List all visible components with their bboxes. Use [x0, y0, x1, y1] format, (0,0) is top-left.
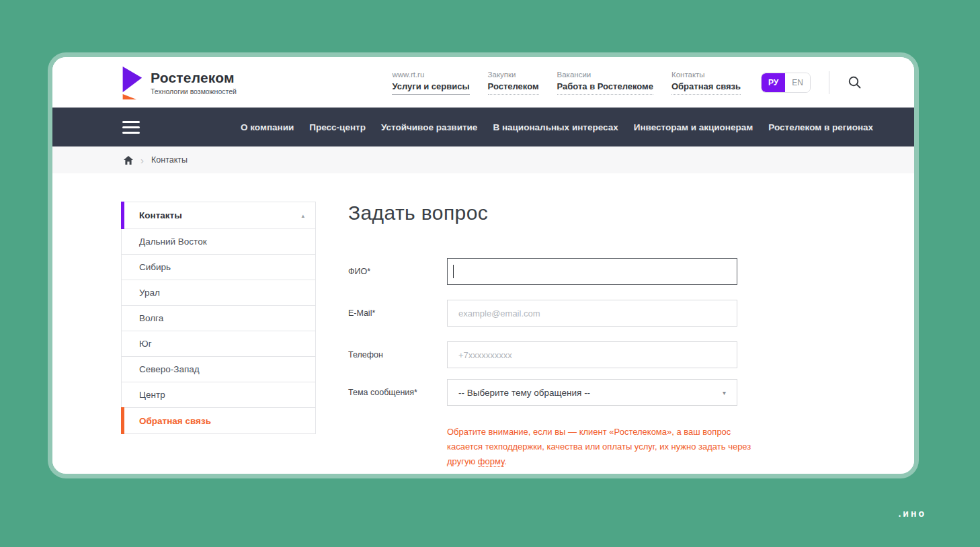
language-toggle: РУ EN	[761, 73, 811, 93]
breadcrumb: › Контакты	[52, 146, 914, 173]
nav-item-regions[interactable]: Ростелеком в регионах	[768, 122, 873, 132]
header-link-careers-label[interactable]: Работа в Ростелекоме	[557, 81, 653, 95]
header-divider	[829, 71, 829, 94]
sidebar-item-volga[interactable]: Волга	[122, 306, 315, 331]
sidebar-header-label: Контакты	[139, 210, 182, 220]
header-link-procurement-caption: Закупки	[488, 71, 539, 79]
topic-row: Тема сообщения* -- Выберите тему обращен…	[348, 379, 751, 406]
watermark-label: .ино	[898, 508, 926, 519]
collapse-caret-icon: ▴	[301, 212, 304, 219]
search-button[interactable]	[848, 75, 862, 89]
question-form: Задать вопрос ФИО* E-Mail* Телефон Тема …	[348, 202, 751, 468]
topic-select-value: -- Выберите тему обращения --	[458, 388, 590, 398]
header-link-contacts-label[interactable]: Обратная связь	[671, 81, 741, 95]
fio-label: ФИО*	[348, 267, 447, 276]
sidebar-orange-accent	[121, 407, 124, 434]
fio-row: ФИО*	[348, 258, 751, 285]
header-link-services-label[interactable]: Услуги и сервисы	[392, 81, 469, 95]
header-link-procurement-label[interactable]: Ростелеком	[488, 81, 539, 95]
main-nav: О компании Пресс-центр Устойчивое развит…	[52, 108, 914, 146]
sidebar-item-center[interactable]: Центр	[122, 382, 315, 408]
email-label: E-Mail*	[348, 308, 447, 318]
phone-input[interactable]	[447, 341, 737, 368]
sidebar-item-south[interactable]: Юг	[122, 331, 315, 357]
chevron-down-icon: ▾	[723, 389, 726, 396]
header-link-contacts-caption: Контакты	[671, 71, 741, 79]
logo-text-block: Ростелеком Технологии возможностей	[151, 70, 237, 95]
site-header: Ростелеком Технологии возможностей www.r…	[52, 57, 914, 108]
email-input[interactable]	[447, 300, 737, 327]
email-row: E-Mail*	[348, 300, 751, 327]
nav-item-investors[interactable]: Инвесторам и акционерам	[634, 122, 753, 132]
sidebar-item-ural[interactable]: Урал	[122, 280, 315, 306]
language-en-button[interactable]: EN	[785, 73, 810, 92]
header-link-contacts[interactable]: Контакты Обратная связь	[671, 71, 741, 95]
header-link-services-caption: www.rt.ru	[392, 71, 469, 79]
header-link-services[interactable]: www.rt.ru Услуги и сервисы	[392, 71, 469, 95]
nav-items: О компании Пресс-центр Устойчивое развит…	[241, 122, 873, 132]
nav-item-about[interactable]: О компании	[241, 122, 294, 132]
site-card: Ростелеком Технологии возможностей www.r…	[52, 57, 914, 474]
sidebar-item-far-east[interactable]: Дальний Восток	[122, 229, 315, 255]
notice-text-after: .	[504, 456, 507, 466]
hamburger-icon	[122, 121, 140, 123]
sidebar-item-feedback[interactable]: Обратная связь	[122, 408, 315, 433]
sidebar-active-label: Обратная связь	[139, 416, 211, 426]
header-link-procurement[interactable]: Закупки Ростелеком	[488, 71, 539, 95]
rostelecom-logo-icon	[120, 66, 144, 99]
language-ru-button[interactable]: РУ	[762, 73, 785, 92]
topic-select[interactable]: -- Выберите тему обращения -- ▾	[447, 379, 737, 406]
fio-input-wrap	[447, 258, 737, 285]
breadcrumb-current: Контакты	[151, 155, 188, 165]
header-link-careers[interactable]: Вакансии Работа в Ростелекоме	[557, 71, 653, 95]
text-cursor	[453, 265, 454, 278]
nav-item-press[interactable]: Пресс-центр	[309, 122, 366, 132]
page-title: Задать вопрос	[348, 202, 751, 224]
menu-button[interactable]	[122, 121, 140, 134]
page-content: Контакты ▴ Дальний Восток Сибирь Урал Во…	[52, 173, 914, 468]
phone-label: Телефон	[348, 350, 447, 360]
header-link-careers-caption: Вакансии	[557, 71, 653, 79]
topic-label: Тема сообщения*	[348, 388, 447, 397]
sidebar-item-siberia[interactable]: Сибирь	[122, 255, 315, 280]
search-icon	[848, 75, 862, 89]
sidebar-header-contacts[interactable]: Контакты ▴	[122, 202, 315, 229]
header-links: www.rt.ru Услуги и сервисы Закупки Росте…	[392, 71, 741, 95]
logo-tagline: Технологии возможностей	[151, 87, 237, 95]
notice-form-link[interactable]: форму	[478, 456, 504, 467]
support-notice: Обратите внимание, если вы — клиент «Рос…	[447, 425, 755, 468]
logo-name: Ростелеком	[151, 70, 237, 86]
breadcrumb-home-link[interactable]	[124, 156, 133, 165]
sidebar-menu: Контакты ▴ Дальний Восток Сибирь Урал Во…	[121, 202, 316, 434]
sidebar-purple-accent	[121, 202, 124, 229]
rostelecom-logo[interactable]: Ростелеком Технологии возможностей	[120, 66, 237, 99]
nav-item-national-interests[interactable]: В национальных интересах	[493, 122, 618, 132]
sidebar-item-north-west[interactable]: Северо-Запад	[122, 357, 315, 382]
phone-row: Телефон	[348, 341, 751, 368]
breadcrumb-separator-icon: ›	[140, 155, 144, 165]
home-icon	[124, 156, 133, 165]
fio-input[interactable]	[447, 258, 737, 285]
nav-item-sustainability[interactable]: Устойчивое развитие	[381, 122, 477, 132]
